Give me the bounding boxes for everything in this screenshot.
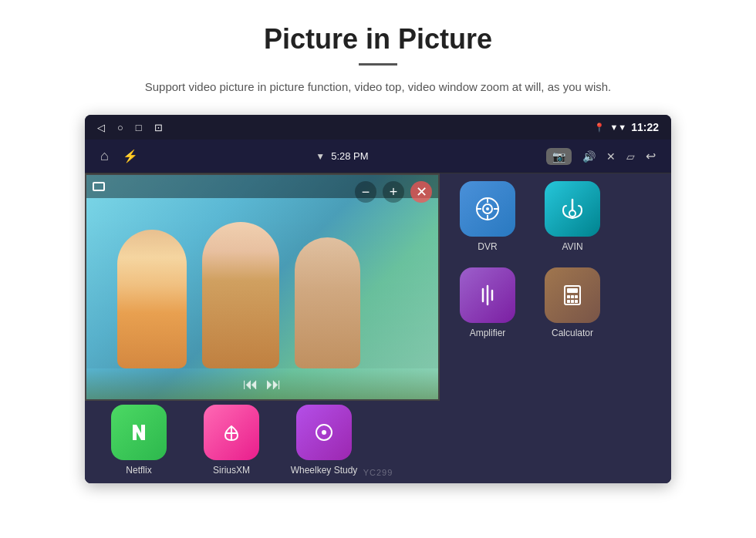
pip-minus-button[interactable]: − xyxy=(355,181,376,203)
recents-icon[interactable]: □ xyxy=(136,122,142,133)
app-siriusxm[interactable]: SiriusXM xyxy=(193,405,270,476)
svg-point-26 xyxy=(322,430,326,435)
back-icon[interactable]: ↩ xyxy=(646,149,656,163)
close-icon[interactable]: ✕ xyxy=(606,150,616,163)
dvr-icon-box xyxy=(460,181,515,237)
calculator-icon-box xyxy=(545,267,600,323)
status-bar: ◁ ○ □ ⊡ 📍 ▼▼ 11:22 xyxy=(85,115,671,140)
pip-playback-controls: ⏮ ⏭ xyxy=(243,375,282,393)
svg-rect-13 xyxy=(567,288,578,293)
usb-icon[interactable]: ⚡ xyxy=(123,149,138,163)
svg-rect-18 xyxy=(571,300,574,303)
app-row-top: DVR AVIN xyxy=(449,181,611,252)
title-divider xyxy=(359,63,397,66)
status-bar-left: ◁ ○ □ ⊡ xyxy=(97,122,163,133)
netflix-icon-box xyxy=(111,405,167,460)
svg-rect-17 xyxy=(567,300,570,303)
app-netflix[interactable]: Netflix xyxy=(100,405,177,476)
person-1 xyxy=(117,230,187,368)
home-icon[interactable]: ⌂ xyxy=(100,148,109,164)
person-2 xyxy=(202,222,279,368)
rewind-button[interactable]: ⏮ xyxy=(243,375,258,393)
siriusxm-label: SiriusXM xyxy=(213,465,250,476)
page-title: Picture in Picture xyxy=(264,23,492,55)
pip-video-bg xyxy=(86,175,438,399)
nav-bar-right: 📷 🔊 ✕ ▱ ↩ xyxy=(546,148,656,165)
svg-point-2 xyxy=(486,207,489,210)
svg-rect-16 xyxy=(575,295,578,298)
nav-bar-left: ⌂ ⚡ xyxy=(100,148,138,164)
pip-plus-button[interactable]: + xyxy=(383,181,404,203)
pip-overlay[interactable]: − + ✕ ⏮ ⏭ xyxy=(85,173,440,401)
status-time: 11:22 xyxy=(631,121,659,133)
netflix-label: Netflix xyxy=(126,465,151,476)
back-arrow-icon[interactable]: ◁ xyxy=(97,122,105,133)
volume-icon[interactable]: 🔊 xyxy=(582,150,596,163)
siriusxm-icon-box xyxy=(204,405,259,460)
amplifier-icon-box xyxy=(460,267,515,323)
app-avin[interactable]: AVIN xyxy=(534,181,611,252)
dvr-label: DVR xyxy=(478,241,497,252)
main-content: − + ✕ ⏮ ⏭ xyxy=(85,173,671,483)
nav-bar-center: ▼ 5:28 PM xyxy=(316,150,368,162)
watermark: YC299 xyxy=(363,468,393,477)
camera-button[interactable]: 📷 xyxy=(546,148,572,165)
amplifier-label: Amplifier xyxy=(470,328,506,338)
app-amplifier[interactable]: Amplifier xyxy=(449,267,526,338)
top-apps-and-pip: − + ✕ ⏮ ⏭ xyxy=(85,173,671,397)
pip-close-button[interactable]: ✕ xyxy=(410,181,432,203)
nav-bar: ⌂ ⚡ ▼ 5:28 PM 📷 🔊 ✕ ▱ ↩ xyxy=(85,140,671,173)
screenshot-icon[interactable]: ⊡ xyxy=(154,122,163,133)
home-circle-icon[interactable]: ○ xyxy=(117,122,123,133)
placeholder-box xyxy=(389,405,444,460)
wheelkey-icon-box xyxy=(296,405,352,460)
pip-people xyxy=(86,214,438,368)
page-wrapper: Picture in Picture Support video picture… xyxy=(0,0,756,499)
svg-rect-19 xyxy=(575,300,578,303)
device-frame: ◁ ○ □ ⊡ 📍 ▼▼ 11:22 ⌂ ⚡ ▼ 5:28 PM 📷 xyxy=(85,115,671,483)
pip-cam-icon xyxy=(93,182,105,191)
pip-controls: − + ✕ xyxy=(355,181,432,203)
app-row-bottom: Amplifier xyxy=(449,267,611,338)
person-3 xyxy=(295,237,360,368)
play-pause-button[interactable]: ⏭ xyxy=(266,375,282,393)
calculator-label: Calculator xyxy=(552,328,593,338)
app-calculator[interactable]: Calculator xyxy=(534,267,611,338)
right-apps: DVR AVIN xyxy=(441,173,619,397)
avin-label: AVIN xyxy=(562,241,582,252)
wifi-small-icon: ▼ xyxy=(316,151,325,162)
nav-time: 5:28 PM xyxy=(331,150,368,162)
page-subtitle: Support video picture in picture functio… xyxy=(145,78,611,96)
wifi-icon: ▼▼ xyxy=(609,123,626,132)
location-icon: 📍 xyxy=(594,123,605,133)
pip-icon[interactable]: ▱ xyxy=(626,150,635,163)
wheelkey-label: Wheelkey Study xyxy=(291,465,358,476)
avin-icon-box xyxy=(545,181,600,237)
app-dvr[interactable]: DVR xyxy=(449,181,526,252)
svg-rect-15 xyxy=(571,295,574,298)
svg-rect-14 xyxy=(567,295,570,298)
app-wheelkey[interactable]: Wheelkey Study xyxy=(285,405,363,476)
status-bar-right: 📍 ▼▼ 11:22 xyxy=(594,121,659,133)
